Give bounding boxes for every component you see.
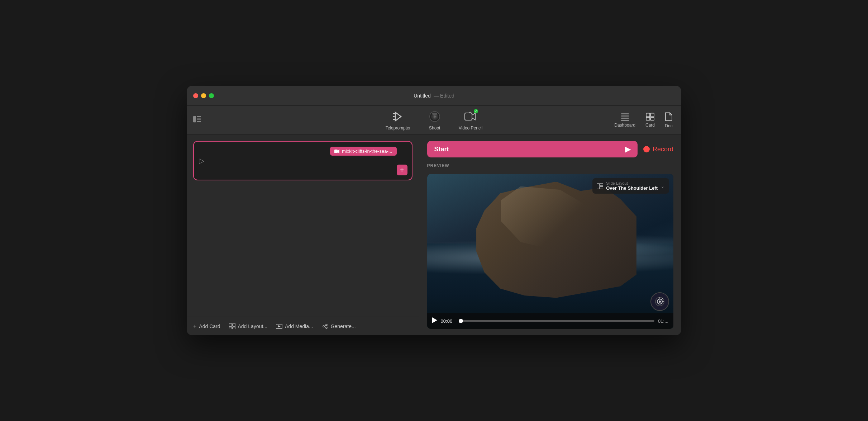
- doc-icon: [665, 112, 673, 121]
- svg-rect-30: [233, 327, 235, 329]
- record-dot-icon: [643, 146, 650, 152]
- svg-rect-21: [646, 113, 650, 117]
- video-play-button[interactable]: [432, 317, 437, 325]
- obs-badge: [650, 292, 669, 311]
- title-text: Untitled: [414, 93, 430, 99]
- svg-point-11: [434, 115, 436, 118]
- svg-point-35: [326, 327, 327, 328]
- preview-video: [427, 174, 673, 329]
- svg-rect-22: [650, 113, 654, 117]
- teleprompter-icon: [392, 111, 404, 122]
- toolbar-item-video-pencil[interactable]: ✓ Video Pencil: [459, 110, 483, 131]
- video-pencil-label: Video Pencil: [459, 126, 483, 131]
- minimize-button[interactable]: [201, 93, 206, 98]
- card-video-tag[interactable]: mixkit-cliffs-in-the-sea-...: [330, 147, 397, 156]
- toolbar-item-shoot[interactable]: Shoot: [428, 110, 442, 131]
- svg-rect-2: [197, 118, 201, 119]
- toolbar-dashboard[interactable]: Dashboard: [614, 113, 635, 127]
- title-subtitle: — Edited: [434, 93, 454, 99]
- add-card-button[interactable]: + Add Card: [193, 323, 220, 330]
- bottom-toolbar: + Add Card Add Layout...: [187, 317, 419, 335]
- video-end-time: 01:...: [658, 318, 668, 324]
- layout-name: Over The Shoulder Left: [606, 185, 658, 191]
- close-button[interactable]: [193, 93, 198, 98]
- doc-label: Doc: [665, 123, 672, 128]
- layout-badge[interactable]: Slide Layout Over The Shoulder Left ⌄: [592, 178, 669, 194]
- toolbar-doc[interactable]: Doc: [665, 112, 673, 128]
- record-button[interactable]: Record: [643, 146, 673, 153]
- card-add-icon: +: [400, 166, 404, 174]
- svg-rect-13: [432, 113, 437, 115]
- add-layout-button[interactable]: Add Layout...: [229, 323, 268, 329]
- main-toolbar: Teleprompter Shoot: [187, 106, 681, 134]
- svg-marker-32: [278, 325, 281, 327]
- add-card-label: Add Card: [199, 323, 220, 329]
- svg-rect-23: [646, 117, 650, 120]
- dashboard-label: Dashboard: [614, 122, 635, 127]
- svg-rect-1: [197, 116, 201, 117]
- svg-rect-14: [465, 113, 472, 120]
- video-controls: 00:00 01:...: [427, 313, 673, 329]
- generate-label: Generate...: [331, 323, 356, 329]
- svg-rect-39: [600, 183, 603, 186]
- svg-rect-40: [600, 186, 603, 189]
- card-play-button[interactable]: ▷: [199, 156, 204, 165]
- svg-rect-0: [193, 116, 196, 122]
- toolbar-item-teleprompter[interactable]: Teleprompter: [386, 110, 411, 131]
- card-label: Card: [645, 122, 655, 127]
- svg-line-36: [324, 325, 326, 326]
- right-header: Start ▶ Record: [427, 141, 673, 157]
- obs-icon: [655, 297, 665, 307]
- toolbar-right: Dashboard Card Doc: [614, 112, 673, 128]
- video-progress-thumb[interactable]: [459, 319, 463, 323]
- svg-rect-3: [197, 121, 201, 122]
- app-window: Untitled — Edited: [187, 86, 681, 335]
- start-play-icon: ▶: [625, 145, 630, 153]
- cliff-overlay: [427, 174, 673, 329]
- titlebar: Untitled — Edited: [187, 86, 681, 106]
- toolbar-card[interactable]: Card: [645, 113, 655, 127]
- traffic-lights: [187, 93, 214, 98]
- video-play-icon: [432, 317, 437, 323]
- add-media-button[interactable]: Add Media...: [276, 323, 313, 329]
- card-video-icon: [334, 149, 339, 153]
- shoot-icon-wrap: [428, 110, 442, 123]
- svg-point-43: [659, 301, 661, 303]
- svg-point-33: [323, 326, 324, 327]
- card-item: ▷ mixkit-cliffs-in-the-sea-... +: [193, 141, 412, 180]
- video-current-time: 00:00: [441, 318, 455, 324]
- card-video-label: mixkit-cliffs-in-the-sea-...: [342, 148, 392, 154]
- card-icon: [646, 113, 654, 120]
- layout-title: Slide Layout: [606, 181, 658, 185]
- add-layout-icon: [229, 323, 235, 329]
- add-media-icon: [276, 323, 282, 329]
- svg-line-37: [324, 327, 326, 327]
- svg-marker-47: [432, 317, 437, 323]
- preview-container: Slide Layout Over The Shoulder Left ⌄: [427, 174, 673, 329]
- start-button[interactable]: Start ▶: [427, 141, 638, 157]
- titlebar-center: Untitled — Edited: [414, 93, 454, 99]
- window-title: Untitled — Edited: [414, 93, 454, 99]
- main-content: ▷ mixkit-cliffs-in-the-sea-... +: [187, 134, 681, 335]
- layout-badge-icon: [597, 183, 603, 189]
- svg-point-34: [326, 324, 327, 326]
- generate-icon: [322, 323, 328, 330]
- teleprompter-icon-wrap: [391, 110, 405, 123]
- maximize-button[interactable]: [209, 93, 214, 98]
- shoot-label: Shoot: [429, 126, 440, 131]
- svg-rect-38: [597, 183, 599, 189]
- card-add-button[interactable]: +: [397, 165, 407, 175]
- sidebar-toggle-button[interactable]: [193, 116, 201, 124]
- add-layout-label: Add Layout...: [238, 323, 268, 329]
- svg-rect-27: [229, 323, 232, 326]
- svg-rect-28: [233, 323, 235, 326]
- dashboard-icon: [621, 113, 629, 120]
- svg-rect-25: [334, 150, 338, 153]
- layout-text: Slide Layout Over The Shoulder Left: [606, 181, 658, 191]
- right-panel: Start ▶ Record PREVIEW: [419, 134, 681, 335]
- video-progress-bar[interactable]: [459, 320, 654, 322]
- preview-label: PREVIEW: [427, 163, 673, 168]
- svg-marker-4: [395, 112, 401, 121]
- generate-button[interactable]: Generate...: [322, 323, 356, 330]
- video-pencil-check-badge: ✓: [474, 109, 478, 113]
